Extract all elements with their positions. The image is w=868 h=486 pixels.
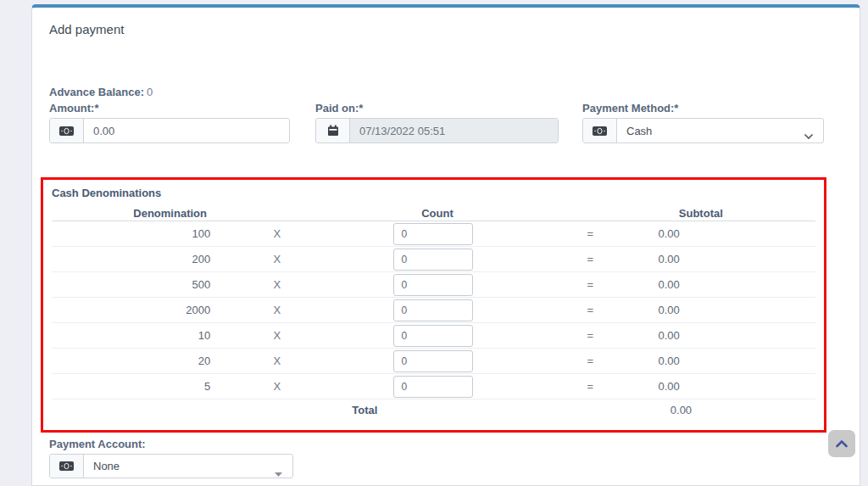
subtotal-value: 0.00	[655, 278, 815, 291]
cash-denominations-section: Cash Denominations Denomination Count Su…	[41, 177, 826, 433]
denomination-row: 2000 X = 0.00	[52, 298, 815, 323]
add-payment-card: Add payment Advance Balance:0 Amount:* P…	[31, 4, 860, 486]
count-column-header: Count	[288, 207, 586, 220]
chevron-down-icon	[804, 128, 814, 143]
denominations-table-header: Denomination Count Subtotal	[52, 205, 815, 221]
multiply-symbol: X	[212, 304, 342, 316]
subtotal-value: 0.00	[655, 304, 815, 316]
equals-symbol: =	[526, 278, 655, 291]
count-input[interactable]	[393, 249, 473, 271]
amount-input[interactable]	[84, 119, 289, 142]
scroll-to-top-button[interactable]	[828, 430, 855, 457]
advance-balance-label: Advance Balance:	[49, 86, 144, 98]
denomination-row: 5 X = 0.00	[52, 374, 815, 399]
payment-account-value: None	[84, 455, 292, 478]
denomination-column-header: Denomination	[52, 207, 288, 220]
payment-method-value: Cash	[617, 119, 823, 142]
denomination-row: 200 X = 0.00	[52, 247, 815, 272]
equals-symbol: =	[526, 253, 655, 265]
subtotal-value: 0.00	[655, 355, 815, 367]
money-icon	[583, 119, 617, 142]
subtotal-value: 0.00	[655, 253, 815, 265]
total-row: Total 0.00	[52, 399, 815, 422]
denomination-value: 20	[52, 355, 212, 367]
count-input[interactable]	[393, 350, 473, 372]
equals-symbol: =	[526, 380, 655, 393]
paid-on-input-group	[315, 118, 559, 143]
equals-symbol: =	[526, 329, 655, 342]
denomination-value: 100	[52, 227, 212, 240]
denomination-row: 20 X = 0.00	[52, 349, 815, 374]
denomination-value: 500	[52, 278, 212, 291]
equals-symbol: =	[526, 304, 655, 316]
count-input[interactable]	[393, 299, 473, 321]
payment-account-label: Payment Account:	[49, 438, 146, 450]
amount-label: Amount:*	[49, 102, 99, 115]
equals-symbol: =	[526, 227, 655, 240]
denomination-row: 100 X = 0.00	[52, 221, 815, 247]
count-input[interactable]	[393, 274, 473, 296]
calendar-icon	[316, 119, 350, 142]
advance-balance-value: 0	[147, 86, 153, 98]
money-icon	[50, 119, 84, 142]
multiply-symbol: X	[212, 329, 342, 342]
payment-account-select[interactable]: None	[49, 454, 293, 478]
total-label: Total	[352, 404, 377, 416]
multiply-symbol: X	[212, 355, 342, 367]
paid-on-label: Paid on:*	[315, 102, 363, 115]
denomination-row: 10 X = 0.00	[52, 323, 815, 349]
denominations-table-body: 100 X = 0.00 200 X = 0.00 500 X = 0.00 2…	[52, 221, 815, 399]
subtotal-column-header: Subtotal	[587, 207, 815, 220]
equals-symbol: =	[526, 355, 655, 367]
cash-denominations-title: Cash Denominations	[52, 187, 815, 200]
multiply-symbol: X	[212, 227, 342, 240]
subtotal-value: 0.00	[655, 329, 815, 342]
page-title: Add payment	[49, 22, 124, 36]
subtotal-value: 0.00	[655, 227, 815, 240]
subtotal-value: 0.00	[655, 380, 815, 393]
denomination-value: 5	[52, 380, 212, 393]
payment-method-select[interactable]: Cash	[582, 118, 824, 143]
amount-input-group	[49, 118, 290, 143]
count-input[interactable]	[393, 376, 473, 398]
paid-on-input[interactable]	[350, 119, 558, 142]
payment-method-label: Payment Method:*	[582, 102, 678, 115]
denomination-row: 500 X = 0.00	[52, 272, 815, 298]
multiply-symbol: X	[212, 380, 342, 393]
count-input[interactable]	[393, 223, 473, 245]
multiply-symbol: X	[212, 253, 342, 265]
advance-balance: Advance Balance:0	[49, 86, 153, 98]
total-value: 0.00	[670, 404, 692, 416]
money-icon	[50, 455, 84, 478]
chevron-up-icon	[836, 438, 848, 450]
count-input[interactable]	[393, 325, 473, 347]
denomination-value: 10	[52, 329, 212, 342]
denomination-value: 200	[52, 253, 212, 265]
caret-down-icon	[275, 465, 282, 478]
multiply-symbol: X	[212, 278, 342, 291]
denomination-value: 2000	[52, 304, 212, 316]
